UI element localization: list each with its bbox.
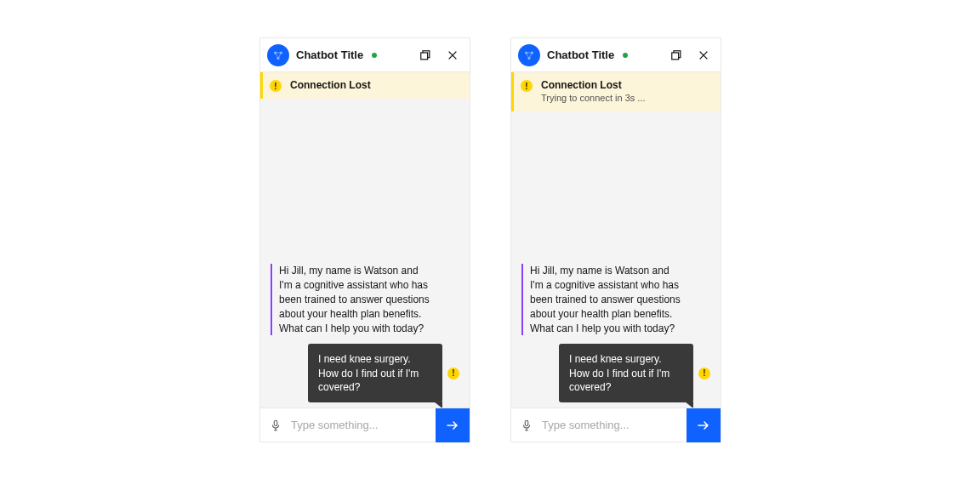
user-message: I need knee surgery. How do I find out i… xyxy=(308,344,442,402)
warning-icon: ! xyxy=(270,80,282,92)
user-message: I need knee surgery. How do I find out i… xyxy=(559,344,693,402)
mic-button[interactable] xyxy=(260,408,291,442)
input-bar xyxy=(260,408,470,442)
message-warning-icon: ! xyxy=(447,368,459,379)
close-button[interactable] xyxy=(442,45,463,66)
chat-header: Chatbot Title xyxy=(260,38,470,72)
svg-rect-5 xyxy=(274,420,277,425)
popout-button[interactable] xyxy=(666,45,687,66)
chat-title: Chatbot Title xyxy=(296,48,363,61)
popout-button[interactable] xyxy=(415,45,436,66)
svg-rect-4 xyxy=(421,52,428,59)
send-button[interactable] xyxy=(687,408,721,442)
bot-avatar xyxy=(518,44,540,66)
send-button[interactable] xyxy=(436,408,470,442)
message-input[interactable] xyxy=(291,408,436,442)
status-indicator xyxy=(372,53,377,58)
banner-title: Connection Lost xyxy=(290,79,371,91)
chat-panel: Chatbot Title ! Connection Lost H xyxy=(259,37,470,442)
banner-subtitle: Trying to connect in 3s ... xyxy=(541,93,645,104)
message-input[interactable] xyxy=(542,408,687,442)
status-indicator xyxy=(623,53,628,58)
close-button[interactable] xyxy=(693,45,714,66)
bot-message: Hi Jill, my name is Watson and I'm a cog… xyxy=(521,264,683,335)
user-message-row: I need knee surgery. How do I find out i… xyxy=(271,344,459,402)
conversation-area: Hi Jill, my name is Watson and I'm a cog… xyxy=(511,111,721,408)
bot-message: Hi Jill, my name is Watson and I'm a cog… xyxy=(271,264,432,335)
svg-rect-11 xyxy=(525,420,528,425)
connection-banner: ! Connection Lost xyxy=(260,72,470,99)
chat-title: Chatbot Title xyxy=(547,48,614,61)
conversation-area: Hi Jill, my name is Watson and I'm a cog… xyxy=(260,99,470,408)
message-warning-icon: ! xyxy=(698,368,710,379)
chat-header: Chatbot Title xyxy=(511,38,721,72)
svg-rect-10 xyxy=(672,52,679,59)
connection-banner: ! Connection Lost Trying to connect in 3… xyxy=(511,72,721,111)
input-bar xyxy=(511,408,721,442)
mic-button[interactable] xyxy=(511,408,542,442)
user-message-row: I need knee surgery. How do I find out i… xyxy=(521,344,710,402)
chat-panel: Chatbot Title ! Connection Lost Trying t… xyxy=(510,37,721,442)
bot-avatar xyxy=(267,44,289,66)
warning-icon: ! xyxy=(521,80,533,92)
banner-title: Connection Lost xyxy=(541,79,645,91)
